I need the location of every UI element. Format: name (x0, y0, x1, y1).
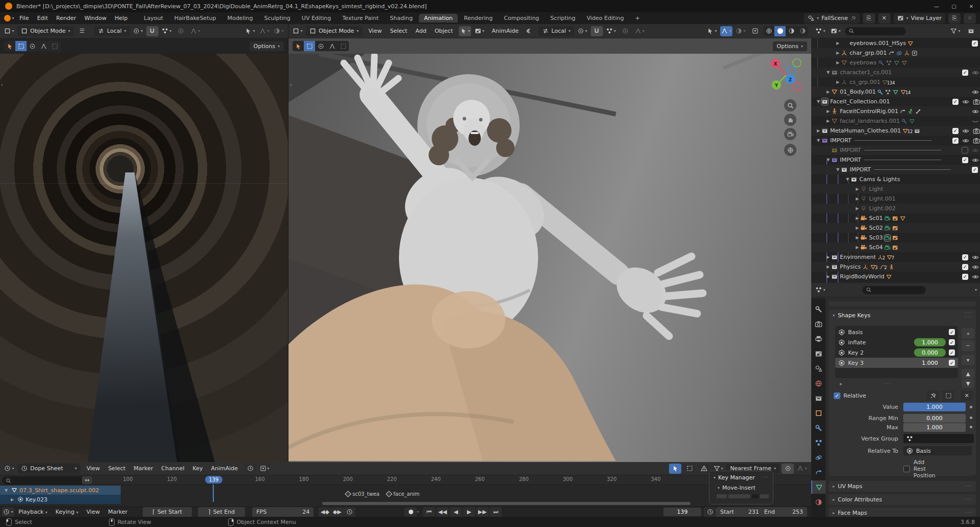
animate-dot[interactable] (970, 406, 972, 408)
menu-window[interactable]: Window (80, 15, 110, 21)
sync-icon[interactable] (343, 507, 355, 517)
render-region-icon[interactable] (749, 26, 761, 36)
options-dropdown[interactable]: Options▾ (773, 41, 807, 51)
playhead-line[interactable] (213, 485, 214, 502)
workspace-tab-hairbakesetup[interactable]: HairBakeSetup (169, 14, 221, 23)
animate-dot[interactable] (970, 416, 972, 419)
max-field[interactable]: 1.000 (903, 423, 966, 432)
menu-animaide[interactable]: AnimAide (207, 465, 242, 472)
outliner-row[interactable]: ▶Sc03 (811, 233, 980, 243)
hide-viewport-eye-icon[interactable] (972, 147, 979, 154)
start-frame-field[interactable]: Start231 (716, 507, 763, 517)
outliner-row[interactable]: ▶Light.002 (811, 204, 980, 213)
perspective-toggle-button[interactable] (784, 144, 796, 156)
hide-viewport-eye-icon[interactable] (972, 254, 979, 261)
end-frame-field[interactable]: End253 (760, 507, 807, 517)
set-start-button[interactable]: ⌈ Set Start (143, 507, 192, 517)
toolbar-expand-arrow[interactable]: › (290, 82, 292, 87)
tab-tool[interactable] (811, 302, 826, 316)
playback-menu[interactable]: Playback ▾ (14, 509, 52, 515)
select-circle-tool-icon[interactable] (27, 41, 38, 51)
select-box-tool-icon[interactable] (15, 41, 27, 51)
add-rest-position-checkbox[interactable] (903, 466, 910, 472)
transform-orientation[interactable]: Local▾ (539, 26, 574, 36)
workspace-tab-sculpting[interactable]: Sculpting (259, 14, 295, 23)
select-lasso-tool-icon[interactable] (326, 41, 338, 51)
menu-object[interactable]: Object (431, 28, 457, 34)
tab-constraints[interactable] (811, 466, 826, 479)
panel-collapse-chevron[interactable]: ▸ (833, 484, 835, 489)
enable-checkbox[interactable]: ✓ (962, 254, 968, 260)
panel-collapse-chevron[interactable]: ▾ (833, 313, 835, 318)
workspace-tab-shading[interactable]: Shading (385, 14, 418, 23)
viewport-left-scene[interactable]: › (0, 54, 288, 462)
close-button[interactable]: ✕ (963, 0, 980, 12)
key-manager-panel[interactable]: ▾ Key Manager ···· ▾ Move-Insert (709, 471, 773, 504)
list-resize-grip[interactable]: ···· (883, 382, 890, 386)
zoom-button[interactable] (784, 99, 796, 112)
disclosure-closed-icon[interactable]: ▶ (854, 245, 860, 250)
jump-prev-keyframe-icon[interactable]: ◀◆ (319, 507, 331, 517)
shape-key-mute-checkbox[interactable]: ✓ (949, 360, 955, 366)
shape-key-value[interactable]: 0.000 (914, 348, 946, 357)
vertex-group-field[interactable] (903, 434, 974, 443)
jump-next-keyframe-icon[interactable]: ◆▶ (331, 507, 343, 517)
disable-render-camera-icon[interactable] (973, 127, 980, 135)
active-tool-dropdown[interactable]: ▾ (459, 26, 471, 36)
editor-type-icon[interactable]: ▾ (2, 507, 14, 517)
shape-key-value[interactable]: 1.000 (914, 359, 946, 367)
disclosure-open-icon[interactable]: ▼ (815, 99, 821, 104)
play-reverse-button[interactable]: ◀ (450, 507, 462, 517)
viewport-right-scene[interactable]: X Z Y › (288, 54, 811, 462)
panel-face-maps[interactable]: ▸Face Maps···· (829, 508, 976, 517)
disable-render-camera-icon[interactable] (973, 137, 980, 144)
select-extra-tool-icon[interactable] (338, 41, 349, 51)
camera-view-button[interactable] (784, 128, 796, 140)
remove-shape-key-button[interactable]: − (962, 340, 974, 351)
workspace-tab-texture-paint[interactable]: Texture Paint (337, 14, 384, 23)
editor-type-icon[interactable]: ▾ (814, 285, 827, 295)
outliner-row[interactable]: ▶MetaHuman_Clothes.00112✓ (811, 126, 980, 136)
outliner-row[interactable]: ▶01_Body.00114 (811, 87, 980, 97)
jump-to-end-button[interactable]: ⏭ (489, 507, 502, 517)
only-selected-toggle[interactable] (669, 464, 681, 474)
timeline-ruler[interactable]: 100120160180200220240260280300320340139 (0, 475, 811, 485)
select-tool-modes[interactable] (4, 41, 60, 51)
panel-collapse-chevron[interactable]: ▸ (833, 497, 835, 502)
record-button[interactable] (405, 507, 417, 517)
hamburger-menu-icon[interactable]: ☰ (76, 26, 88, 36)
menu-add[interactable]: Add (411, 28, 430, 34)
pan-button[interactable] (784, 114, 796, 126)
tab-scene[interactable] (811, 362, 826, 375)
hide-viewport-eye-icon[interactable] (972, 273, 979, 280)
outliner-row[interactable]: ▶Sc04 (811, 243, 980, 252)
outliner-row[interactable]: ▼Cams & Lights✓ (811, 174, 980, 184)
shading-mode-switch[interactable] (763, 26, 808, 36)
panel-drag-grip[interactable]: ···· (762, 475, 769, 480)
relative-to-field[interactable]: Basis (903, 446, 972, 455)
disclosure-closed-icon[interactable]: ▶ (854, 196, 860, 201)
outliner-row[interactable]: ▶Sc01 (811, 213, 980, 223)
range-min-field[interactable]: 0.000 (903, 414, 966, 423)
subpanel-collapse-chevron[interactable]: ▾ (718, 486, 720, 490)
overlays-toggle[interactable]: ▾ (720, 26, 732, 36)
properties-editor[interactable]: ▾ ▾ ▾ Shape Keys ········ Basis✓inflate1… (811, 283, 980, 517)
enable-checkbox[interactable]: ✓ (962, 274, 968, 280)
disclosure-open-icon[interactable]: ▼ (825, 70, 831, 75)
pivot-point-selector[interactable]: ▾ (132, 26, 144, 36)
channel-search-input[interactable] (2, 476, 85, 485)
set-end-button[interactable]: ⌉ Set End (198, 507, 245, 517)
channel-row[interactable]: ▶Key.023 (0, 495, 121, 504)
hide-viewport-eye-icon[interactable] (972, 108, 979, 115)
shape-key-row[interactable]: Basis✓ (835, 327, 958, 337)
keying-set-dropdown[interactable]: ▾ (473, 26, 485, 36)
hide-viewport-eye-icon[interactable] (972, 89, 979, 96)
show-gizmo-toggle[interactable]: ▾ (244, 26, 256, 36)
scene-selector[interactable]: ▾ FallScene (804, 13, 860, 24)
disclosure-open-icon[interactable]: ▼ (825, 158, 831, 162)
tweak-tool-icon[interactable] (293, 41, 304, 51)
outliner-search-input[interactable] (845, 27, 906, 35)
hide-viewport-eye-icon[interactable] (962, 127, 969, 135)
outliner-row[interactable]: ▼character1_cs.001✓ (811, 68, 980, 77)
pivot-point-selector[interactable]: ▾ (576, 26, 589, 36)
